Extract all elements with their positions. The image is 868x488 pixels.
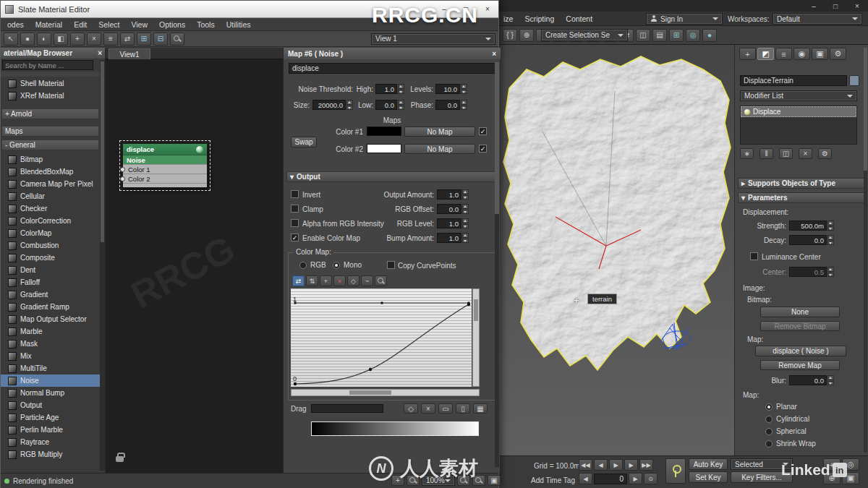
toolbar-icon[interactable]: ● xyxy=(20,33,35,46)
toolbar-icon[interactable]: ⊞ xyxy=(669,29,684,42)
pin-stack-icon[interactable]: ∗ xyxy=(740,148,754,159)
configure-modifier-sets-icon[interactable]: ⚙ xyxy=(818,148,832,159)
map-type-radio[interactable]: Planar xyxy=(765,401,816,413)
menu-item[interactable]: Options xyxy=(154,20,190,29)
menu-item[interactable]: Utilities xyxy=(221,20,256,29)
input-socket-icon[interactable] xyxy=(120,167,125,172)
curve-vertical-scrollbar[interactable] xyxy=(472,288,480,387)
browser-map-item[interactable]: Gradient Ramp xyxy=(1,301,100,313)
output-amount-spinner[interactable]: 1.0 xyxy=(437,189,469,200)
command-panel-tab-icon[interactable]: + xyxy=(739,48,756,60)
browser-map-item[interactable]: Falloff xyxy=(1,276,100,288)
color1-map-button[interactable]: No Map xyxy=(404,127,475,137)
toolbar-icon[interactable]: ≡ xyxy=(103,33,118,46)
map-type-radio[interactable]: Cylindrical xyxy=(765,413,816,425)
map-type-radio[interactable]: Spherical xyxy=(765,425,816,437)
modifier-list-dropdown[interactable]: Modifier List xyxy=(740,90,857,101)
browser-map-item[interactable]: Composite xyxy=(1,252,100,264)
toolbar-icon[interactable]: ▤ xyxy=(652,29,667,42)
command-panel-scrollbar[interactable] xyxy=(864,48,867,453)
browser-map-item[interactable]: MultiTile xyxy=(1,362,100,374)
toolbar-icon[interactable]: ↖ xyxy=(4,33,18,46)
decay-spinner[interactable]: 0.0 xyxy=(789,235,834,245)
strength-spinner[interactable]: 500.0m xyxy=(789,221,834,231)
browser-map-item[interactable]: Map Output Selector xyxy=(1,313,100,325)
close-window-icon[interactable]: × xyxy=(477,4,498,15)
modifier-stack[interactable]: Displace xyxy=(740,106,857,145)
output-curve-editor[interactable]: 1 0 xyxy=(291,288,472,387)
params-scrollbar[interactable] xyxy=(495,62,499,467)
object-color-swatch[interactable] xyxy=(849,75,859,86)
command-panel-tab-icon[interactable]: ◩ xyxy=(757,48,774,60)
current-frame-field[interactable]: 0 xyxy=(594,474,627,484)
search-input[interactable] xyxy=(2,60,93,70)
browser-map-item[interactable]: Marble xyxy=(1,325,100,338)
color2-swatch[interactable] xyxy=(367,144,401,153)
browser-map-item[interactable]: Perlin Marble xyxy=(1,424,100,436)
section-maps[interactable]: Maps xyxy=(1,126,99,137)
terrain-mesh[interactable] xyxy=(499,45,734,455)
browser-map-item[interactable]: Particle Age xyxy=(1,411,100,424)
minimize-window-icon[interactable]: – xyxy=(803,0,825,12)
browser-header[interactable]: aterial/Map Browser × xyxy=(1,48,105,59)
browser-map-item[interactable]: Mix xyxy=(1,350,100,362)
bump-amount-spinner[interactable]: 1.0 xyxy=(437,233,469,243)
browser-map-item[interactable]: Combustion xyxy=(1,239,100,252)
lock-icon[interactable] xyxy=(116,456,124,462)
toolbar-icon[interactable]: ⊕ xyxy=(519,29,534,42)
browser-map-item[interactable]: Dent xyxy=(1,264,100,276)
curve-view-tool-icon[interactable]: ▦ xyxy=(473,403,488,414)
play-icon[interactable]: ▶ xyxy=(609,459,623,471)
toolbar-icon[interactable]: ◧ xyxy=(54,33,68,46)
phase-spinner[interactable]: 0.0 xyxy=(435,100,467,110)
browser-map-item[interactable]: Noise xyxy=(1,374,100,387)
menu-item[interactable]: Scripting xyxy=(524,14,554,23)
high-spinner[interactable]: 1.0 xyxy=(375,84,404,94)
browser-material-item[interactable]: Shell Material xyxy=(1,77,100,90)
browser-map-item[interactable]: Normal Bump xyxy=(1,387,100,399)
toolbar-icon[interactable]: ◐ xyxy=(37,33,51,46)
input-socket-icon[interactable] xyxy=(120,176,125,181)
remove-map-button[interactable]: Remove Map xyxy=(760,360,840,370)
browser-map-item[interactable]: ColorCorrection xyxy=(1,215,100,227)
node-input-slot[interactable]: Color 1 xyxy=(123,164,207,174)
curve-smooth-icon[interactable]: ~ xyxy=(361,275,373,286)
browser-map-item[interactable]: Checker xyxy=(1,202,100,215)
command-panel-tab-icon[interactable]: ≡ xyxy=(775,48,792,60)
browser-map-item[interactable]: RGB Multiply xyxy=(1,448,100,461)
color2-map-button[interactable]: No Map xyxy=(404,144,475,154)
browser-map-item[interactable]: Raytrace xyxy=(1,436,100,448)
size-spinner[interactable]: 20000.0 xyxy=(312,100,353,110)
toolbar-icon[interactable]: ● xyxy=(702,29,717,42)
toolbar-icon[interactable]: ⇄ xyxy=(120,33,135,46)
pan-curve-icon[interactable]: ◇ xyxy=(347,275,359,286)
move-point-icon[interactable]: ⇄ xyxy=(292,275,305,286)
curve-view-tool-icon[interactable]: × xyxy=(421,403,435,414)
browser-material-item[interactable]: XRef Material xyxy=(1,90,100,102)
frame-back-icon[interactable]: ◀ xyxy=(579,473,592,484)
browser-scrollbar[interactable] xyxy=(100,60,105,471)
browser-map-item[interactable]: BlendedBoxMap xyxy=(1,166,100,178)
delete-point-icon[interactable]: × xyxy=(333,275,346,286)
frame-forward-icon[interactable]: ▶ xyxy=(629,473,642,484)
menu-item-partial[interactable]: ize xyxy=(503,14,513,23)
command-panel-tab-icon[interactable]: ⚙ xyxy=(830,48,846,60)
alpha-from-rgb-checkbox[interactable] xyxy=(291,219,299,227)
node-title-bar[interactable]: displace xyxy=(123,144,207,155)
section-arnold[interactable]: + Arnold xyxy=(1,108,99,119)
browser-map-item[interactable]: Gradient xyxy=(1,288,100,301)
menu-item[interactable]: Content xyxy=(566,14,592,23)
rgb-radio[interactable]: RGB xyxy=(299,259,326,271)
bitmap-none-button[interactable]: None xyxy=(760,307,840,317)
set-keys-button[interactable] xyxy=(665,458,686,484)
rollout-output[interactable]: ▾ Output xyxy=(286,171,498,182)
curve-view-tool-icon[interactable]: ▯ xyxy=(456,403,470,414)
time-configuration-icon[interactable]: ⊙ xyxy=(644,473,658,484)
workspace-dropdown[interactable]: Default xyxy=(773,13,862,25)
sign-in-dropdown[interactable]: Sign In xyxy=(646,13,723,25)
add-time-tag-label[interactable]: Add Time Tag xyxy=(531,476,575,484)
toolbar-icon[interactable]: ◫ xyxy=(636,29,650,42)
remove-bitmap-button[interactable]: Remove Bitmap xyxy=(760,321,840,331)
next-frame-icon[interactable]: ▶ xyxy=(624,459,638,471)
color2-map-checkbox[interactable]: ✓ xyxy=(479,145,487,153)
